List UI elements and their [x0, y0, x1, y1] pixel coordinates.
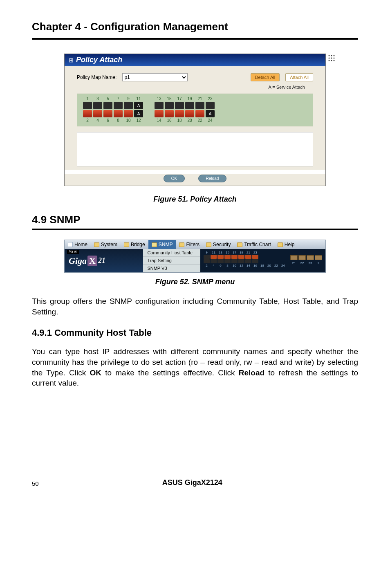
port[interactable] [165, 110, 174, 117]
menu-bar: Home System Bridge SNMP Filters Security… [65, 240, 325, 249]
menu-item-community-host-table[interactable]: Community Host Table [143, 249, 200, 257]
port-a[interactable]: A [134, 102, 143, 109]
svg-point-3 [329, 58, 330, 59]
figure-51-caption: Figure 51. Policy Attach [32, 195, 358, 204]
menu-security[interactable]: Security [203, 240, 234, 249]
port-label: 11 [134, 97, 143, 101]
port[interactable] [206, 102, 215, 109]
port[interactable] [114, 110, 123, 117]
subsection-heading: 4.9.1 Community Host Table [32, 328, 358, 338]
port-label: 5 [103, 97, 112, 101]
logo-x: X [87, 256, 97, 266]
port[interactable] [195, 102, 204, 109]
svg-point-5 [334, 58, 335, 59]
folder-icon [237, 242, 242, 247]
port[interactable] [165, 102, 174, 109]
port-label: 10 [124, 118, 133, 123]
port-label: 2 [83, 118, 92, 123]
port[interactable] [185, 102, 194, 109]
figure-52-caption: Figure 52. SNMP menu [32, 278, 358, 286]
port-label: 12 [134, 118, 143, 123]
svg-point-0 [329, 55, 330, 56]
port-label: 3 [93, 97, 102, 101]
port-label: 4 [93, 118, 102, 123]
reload-button[interactable]: Reload [198, 175, 227, 182]
legend-note: A = Service Attach [77, 85, 305, 90]
port-label: 22 [195, 118, 204, 123]
port-label: 7 [114, 97, 123, 101]
expand-icon: ⊞ [69, 57, 74, 63]
port-label: 14 [155, 118, 164, 123]
folder-icon [94, 242, 99, 247]
menu-bridge[interactable]: Bridge [121, 240, 148, 249]
figure-52-screenshot: Home System Bridge SNMP Filters Security… [64, 240, 326, 273]
port-label: 8 [114, 118, 123, 123]
port-label: 19 [185, 97, 194, 101]
menu-item-trap-setting[interactable]: Trap Setting [143, 257, 200, 265]
menu-filters[interactable]: Filters [176, 240, 203, 249]
port-label: 1 [83, 97, 92, 101]
paragraph-1: This group offers the SNMP configuration… [32, 296, 358, 317]
window-titlebar: ⊞ Policy Attach [65, 54, 325, 66]
divider [32, 38, 358, 40]
folder-icon [278, 242, 283, 247]
menu-snmp[interactable]: SNMP [148, 240, 176, 249]
asus-badge: /SUS [67, 250, 79, 254]
port[interactable] [195, 110, 204, 117]
port[interactable] [93, 102, 102, 109]
ok-button[interactable]: OK [164, 175, 185, 182]
port[interactable] [155, 110, 164, 117]
svg-point-1 [331, 55, 332, 56]
port[interactable] [93, 110, 102, 117]
port[interactable] [103, 102, 112, 109]
svg-point-2 [334, 55, 335, 56]
mini-ports-panel: 911131517192123 24681012141618202224 [200, 249, 325, 272]
port-label: 16 [165, 118, 174, 123]
port[interactable] [83, 110, 92, 117]
svg-point-6 [329, 60, 330, 61]
menu-home[interactable]: Home [65, 240, 91, 249]
port-label: 15 [165, 97, 174, 101]
chapter-title: Chapter 4 - Configuration Management [32, 20, 358, 33]
blank-panel [77, 132, 313, 166]
port[interactable] [124, 102, 133, 109]
folder-icon [179, 242, 184, 247]
page-number: 50 [32, 480, 39, 487]
port-label: 6 [103, 118, 112, 123]
section-underline [32, 229, 358, 230]
port[interactable] [155, 102, 164, 109]
svg-point-4 [331, 58, 332, 59]
menu-system[interactable]: System [91, 240, 121, 249]
svg-point-7 [331, 60, 332, 61]
port[interactable] [175, 102, 184, 109]
window-title: Policy Attach [76, 56, 122, 64]
port-label: 24 [206, 118, 215, 123]
logo-21: 21 [98, 256, 105, 265]
port-label: 23 [206, 97, 215, 101]
port[interactable] [103, 110, 112, 117]
attach-all-button[interactable]: Attach All [285, 73, 313, 81]
port-label: 18 [175, 118, 184, 123]
port[interactable] [83, 102, 92, 109]
paragraph-2: You can type host IP addresses with diff… [32, 346, 358, 388]
policy-map-label: Policy Map Name: [77, 74, 117, 80]
figure-51-screenshot: ⊞ Policy Attach Policy Map Name: p1 Deta… [64, 54, 326, 186]
menu-help[interactable]: Help [274, 240, 298, 249]
section-heading: 4.9 SNMP [32, 213, 358, 226]
port[interactable] [124, 110, 133, 117]
menu-traffic-chart[interactable]: Traffic Chart [234, 240, 274, 249]
port-a[interactable]: A [134, 110, 143, 117]
menu-item-snmp-v3[interactable]: SNMP V3 [143, 265, 200, 272]
port-label: 9 [124, 97, 133, 101]
detach-all-button[interactable]: Detach All [251, 73, 280, 81]
port-label: 17 [175, 97, 184, 101]
folder-icon [124, 242, 129, 247]
port[interactable] [175, 110, 184, 117]
port-label: 20 [185, 118, 194, 123]
home-icon [68, 242, 73, 247]
port[interactable] [114, 102, 123, 109]
logo-giga: Giga [69, 256, 87, 266]
port-a[interactable]: A [206, 110, 215, 117]
policy-map-select[interactable]: p1 [122, 73, 188, 81]
port[interactable] [185, 110, 194, 117]
